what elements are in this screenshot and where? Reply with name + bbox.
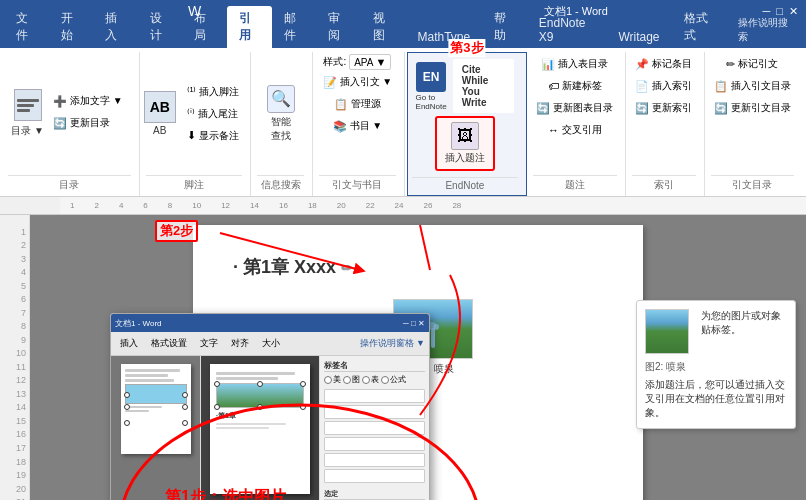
- smart-search-btn[interactable]: 🔍 智能查找: [261, 81, 301, 147]
- ribbon-group-index: 📌 标记条目 📄 插入索引 🔄 更新索引 索引: [628, 52, 705, 196]
- menu-home[interactable]: 开始: [49, 6, 94, 48]
- zoomed-main-content[interactable]: ·第1章: [201, 356, 319, 500]
- mini-tab-align[interactable]: 对齐: [226, 335, 254, 352]
- menu-endnote[interactable]: EndNote X9: [527, 12, 607, 48]
- panel-input-4[interactable]: [324, 437, 425, 451]
- menu-insert[interactable]: 插入: [93, 6, 138, 48]
- zoomed-controls: ─ □ ✕: [403, 319, 425, 328]
- document-area[interactable]: · 第1章 Xxxx ✏ 图2: 喷泉 ↵: [30, 215, 806, 500]
- toc-btn[interactable]: 目录 ▼ ➕ 添加文字 ▼ 🔄 更新目录: [5, 85, 133, 142]
- label-options: 美 图 表 公式: [324, 374, 425, 385]
- img-handle-bl[interactable]: [214, 404, 220, 410]
- style-dropdown[interactable]: APA ▼: [349, 54, 391, 70]
- handle-ml[interactable]: [124, 404, 130, 410]
- update-citation-toc-btn[interactable]: 🔄 更新引文目录: [709, 98, 796, 118]
- mark-label: 标记条目: [652, 57, 692, 71]
- menu-format[interactable]: 格式式: [672, 6, 727, 48]
- label-option-fig[interactable]: 图: [343, 374, 360, 385]
- ribbon-content: 目录 ▼ ➕ 添加文字 ▼ 🔄 更新目录 目录: [0, 48, 806, 196]
- mini-tab-format[interactable]: 格式设置: [146, 335, 192, 352]
- zoomed-doc-page[interactable]: ·第1章: [210, 364, 310, 494]
- img-handle-bc[interactable]: [257, 404, 263, 410]
- line-num: 12: [0, 374, 29, 388]
- insert-table-fig-btn[interactable]: 📊 插入表目录: [536, 54, 613, 74]
- insert-caption-btn[interactable]: 🖼 插入题注: [435, 116, 495, 171]
- insert-citation-toc-btn[interactable]: 📋 插入引文目录: [709, 76, 796, 96]
- menu-design[interactable]: 设计: [138, 6, 183, 48]
- label-option-formula[interactable]: 公式: [381, 374, 406, 385]
- menu-file[interactable]: 文件: [4, 6, 49, 48]
- update-toc-btn[interactable]: 🔄 更新目录: [48, 113, 128, 133]
- panel-input-5[interactable]: [324, 453, 425, 467]
- label-option-table[interactable]: 表: [362, 374, 379, 385]
- mini-tab-size[interactable]: 大小: [257, 335, 285, 352]
- caption-group-label: 题注: [533, 175, 616, 194]
- handle-br[interactable]: [182, 420, 188, 426]
- mini-tab-text[interactable]: 文字: [195, 335, 223, 352]
- line-num: 10: [0, 347, 29, 361]
- img-handle-tc[interactable]: [257, 381, 263, 387]
- handle-bl[interactable]: [124, 420, 130, 426]
- zoomed-heading-label: ·第1章: [216, 411, 304, 421]
- show-notes-btn[interactable]: ⬇ 显示备注: [182, 126, 245, 146]
- zoomed-page-thumbnail[interactable]: [121, 364, 191, 454]
- handle-mr[interactable]: [182, 404, 188, 410]
- label-option-beauty[interactable]: 美: [324, 374, 341, 385]
- radio-fig[interactable]: [343, 376, 351, 384]
- mark-citation-btn[interactable]: ✏ 标记引文: [721, 54, 783, 74]
- panel-section-2: 选定: [324, 489, 425, 500]
- zoomed-document[interactable]: 文档1 - Word ─ □ ✕ 插入 格式设置 文字 对齐 大小 操作说明窗格…: [110, 313, 430, 500]
- handle-tr[interactable]: [182, 392, 188, 398]
- update-fig-btn[interactable]: 🔄 更新图表目录: [531, 98, 618, 118]
- radio-beauty[interactable]: [324, 376, 332, 384]
- manage-source-btn[interactable]: 📋 管理源: [329, 94, 386, 114]
- zoomed-panel-toggle[interactable]: 操作说明窗格 ▼: [360, 337, 425, 350]
- menu-layout[interactable]: 布局: [182, 6, 227, 48]
- menu-references[interactable]: 引用: [227, 6, 272, 48]
- insert-citation-btn[interactable]: 📝 插入引文 ▼: [318, 72, 398, 92]
- bibliography-btn[interactable]: 📚 书目 ▼: [328, 116, 388, 136]
- insert-endnote-btn[interactable]: ⁽ⁱ⁾ 插入尾注: [182, 104, 245, 124]
- mark-entry-btn[interactable]: 📌 标记条目: [630, 54, 697, 74]
- chapter-text: 第1章 Xxxx: [243, 257, 336, 277]
- ribbon-group-search: 🔍 智能查找 信息搜索: [253, 52, 313, 196]
- radio-formula[interactable]: [381, 376, 389, 384]
- panel-input-6[interactable]: [324, 469, 425, 483]
- menu-view[interactable]: 视图: [361, 6, 406, 48]
- panel-input-2[interactable]: [324, 405, 425, 419]
- horizontal-ruler: 1 2 4 6 8 10 12 14 16 18 20 22 24 26 28: [60, 197, 806, 215]
- endnote-icon: ⁽ⁱ⁾: [187, 107, 195, 120]
- insert-index-btn[interactable]: 📄 插入索引: [630, 76, 697, 96]
- radio-table[interactable]: [362, 376, 370, 384]
- insert-caption-label: 插入题注: [445, 151, 485, 165]
- zoomed-content: ·第1章 标签名 美: [111, 356, 429, 500]
- cross-ref-btn[interactable]: ↔ 交叉引用: [543, 120, 607, 140]
- line-num: 13: [0, 387, 29, 401]
- ref-toc-inner: ✏ 标记引文 📋 插入引文目录 🔄 更新引文目录: [709, 54, 796, 173]
- ribbon-tabs-row: 文件 开始 插入 设计 布局 引用 邮件 审阅 视图 MathType 帮助 E…: [0, 22, 806, 48]
- citation-group-label: 引文与书目: [319, 175, 395, 194]
- ribbon-group-footnote: AB AB ⁽¹⁾ 插入脚注 ⁽ⁱ⁾ 插入尾注 ⬇ 显示备注: [142, 52, 251, 196]
- menu-search[interactable]: 操作说明搜索: [726, 12, 802, 48]
- annotation-popup: 为您的图片或对象贴标签。 图2: 喷泉 添加题注后，您可以通过插入交叉引用在文档…: [636, 300, 796, 429]
- mini-tab-insert[interactable]: 插入: [115, 335, 143, 352]
- new-label-btn[interactable]: 🏷 新建标签: [543, 76, 607, 96]
- menu-review[interactable]: 审阅: [316, 6, 361, 48]
- cite-while-write-btn[interactable]: Cite While You Write: [453, 59, 515, 113]
- ribbon: 目录 ▼ ➕ 添加文字 ▼ 🔄 更新目录 目录: [0, 48, 806, 197]
- img-handle-tr[interactable]: [300, 381, 306, 387]
- img-handle-br[interactable]: [300, 404, 306, 410]
- handle-tl[interactable]: [124, 392, 130, 398]
- menu-help[interactable]: 帮助: [482, 6, 527, 48]
- add-text-btn[interactable]: ➕ 添加文字 ▼: [48, 91, 128, 111]
- panel-input-1[interactable]: [324, 389, 425, 403]
- menu-mail[interactable]: 邮件: [272, 6, 317, 48]
- line-num: 11: [0, 360, 29, 374]
- img-handle-tl[interactable]: [214, 381, 220, 387]
- toc-group-label: 目录: [8, 175, 131, 194]
- menu-writage[interactable]: Writage: [606, 26, 671, 48]
- update-index-btn[interactable]: 🔄 更新索引: [630, 98, 697, 118]
- insert-footnote-btn[interactable]: ⁽¹⁾ 插入脚注: [182, 82, 245, 102]
- panel-input-3[interactable]: [324, 421, 425, 435]
- ribbon-group-citation: 样式: APA ▼ 📝 插入引文 ▼ 📋 管理源 📚 书目 ▼: [315, 52, 404, 196]
